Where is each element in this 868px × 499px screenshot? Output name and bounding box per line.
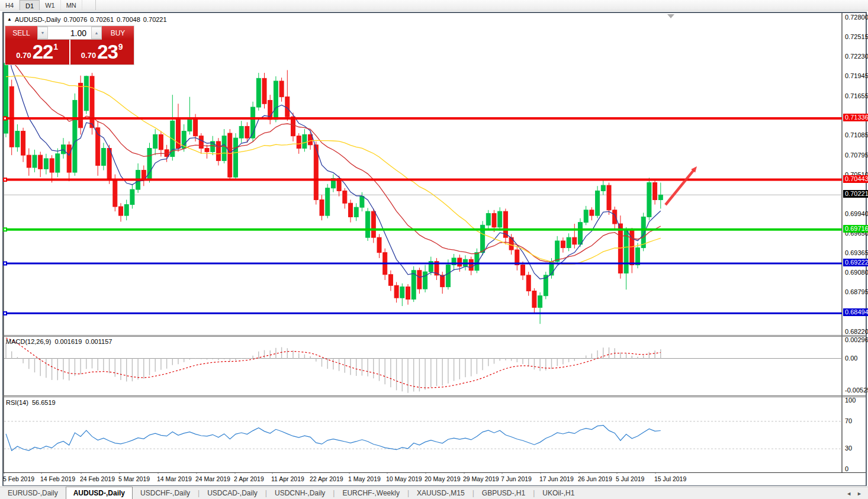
volume-increase-icon[interactable]: ▲ xyxy=(91,27,102,39)
mt4-application: H4D1W1MN ▲ AUDUSD-,Daily 0.70076 0.70261… xyxy=(0,0,868,499)
sell-price-panel[interactable]: 0.70 22 1 xyxy=(5,40,69,65)
sell-price-main: 22 xyxy=(33,41,53,63)
buy-price-prefix: 0.70 xyxy=(81,51,96,60)
rsi-value: 56.6519 xyxy=(32,399,56,406)
sell-button[interactable]: SELL xyxy=(5,26,37,40)
chart-tab-audusd-daily[interactable]: AUDUSD-,Daily xyxy=(66,487,133,499)
sell-price-prefix: 0.70 xyxy=(16,51,31,60)
date-tick-label: 29 May 2019 xyxy=(463,475,499,482)
chart-tab-ukoil-h1[interactable]: UKOil-,H1 xyxy=(535,487,582,499)
date-axis: 5 Feb 201914 Feb 201924 Feb 20195 Mar 20… xyxy=(4,474,842,484)
tab-scroll-right-icon[interactable]: ► xyxy=(857,491,862,497)
rsi-name: RSI(14) xyxy=(6,399,28,406)
price-chart-canvas[interactable] xyxy=(0,0,868,499)
date-tick-label: 5 Mar 2019 xyxy=(118,475,150,482)
date-tick-label: 24 Mar 2019 xyxy=(195,475,230,482)
ohlc-open: 0.70076 xyxy=(64,16,88,23)
ohlc-low: 0.70048 xyxy=(117,16,140,23)
sell-price-pip: 1 xyxy=(53,42,58,51)
date-tick-label: 5 Jul 2019 xyxy=(616,475,644,482)
volume-input[interactable] xyxy=(48,27,91,39)
date-tick-label: 5 Feb 2019 xyxy=(3,475,34,482)
chart-symbol-label: AUDUSD-,Daily xyxy=(15,16,61,23)
one-click-collapse-icon[interactable]: ▲ xyxy=(7,17,12,22)
macd-main-value: 0.001619 xyxy=(54,338,82,345)
date-tick-label: 17 Jun 2019 xyxy=(539,475,574,482)
date-tick-label: 14 Mar 2019 xyxy=(157,475,192,482)
chart-tab-eurchf-weekly[interactable]: EURCHF-,Weekly xyxy=(335,487,407,499)
chart-title: ▲ AUDUSD-,Daily 0.70076 0.70261 0.70048 … xyxy=(7,15,167,24)
ohlc-close: 0.70221 xyxy=(143,16,167,23)
macd-indicator-label: MACD(12,26,9) 0.001619 0.001157 xyxy=(6,338,112,345)
buy-price-main: 23 xyxy=(97,41,118,63)
volume-decrease-icon[interactable]: ▼ xyxy=(37,27,48,39)
date-tick-label: 14 Feb 2019 xyxy=(40,475,75,482)
chart-tab-eurusd-daily[interactable]: EURUSD-,Daily xyxy=(0,487,66,499)
chart-tab-usdcnh-daily[interactable]: USDCNH-,Daily xyxy=(267,487,333,499)
tab-scroll-left-icon[interactable]: ◄ xyxy=(846,491,851,497)
buy-price-pip: 9 xyxy=(118,42,123,51)
buy-button[interactable]: BUY xyxy=(102,26,134,40)
date-tick-label: 22 Apr 2019 xyxy=(310,475,343,482)
chart-tab-usdchf-daily[interactable]: USDCHF-,Daily xyxy=(133,487,198,499)
rsi-indicator-label: RSI(14) 56.6519 xyxy=(6,399,56,406)
chart-tab-usdcad-daily[interactable]: USDCAD-,Daily xyxy=(200,487,265,499)
buy-price-panel[interactable]: 0.70 23 9 xyxy=(70,40,134,65)
date-tick-label: 1 May 2019 xyxy=(348,475,381,482)
date-tick-label: 10 May 2019 xyxy=(386,475,422,482)
date-tick-label: 26 Jun 2019 xyxy=(578,475,612,482)
one-click-trading-panel: SELL ▼ ▲ BUY 0.70 22 1 0.70 23 9 xyxy=(5,25,134,65)
ohlc-high: 0.70261 xyxy=(90,16,114,23)
macd-name: MACD(12,26,9) xyxy=(6,338,51,345)
date-tick-label: 2 Apr 2019 xyxy=(234,475,264,482)
chart-tab-bar: EURUSD-,DailyAUDUSD-,DailyUSDCHF-,Daily|… xyxy=(0,487,868,499)
date-tick-label: 7 Jun 2019 xyxy=(501,475,532,482)
date-tick-label: 11 Apr 2019 xyxy=(271,475,304,482)
macd-signal-value: 0.001157 xyxy=(85,338,112,345)
date-tick-label: 20 May 2019 xyxy=(425,475,461,482)
volume-box: ▼ ▲ xyxy=(37,26,102,40)
chart-tab-xauusd-m15[interactable]: XAUUSD-,M15 xyxy=(409,487,472,499)
date-tick-label: 15 Jul 2019 xyxy=(654,475,686,482)
chart-tab-gbpusd-h1[interactable]: GBPUSD-,H1 xyxy=(474,487,533,499)
date-tick-label: 24 Feb 2019 xyxy=(80,475,115,482)
